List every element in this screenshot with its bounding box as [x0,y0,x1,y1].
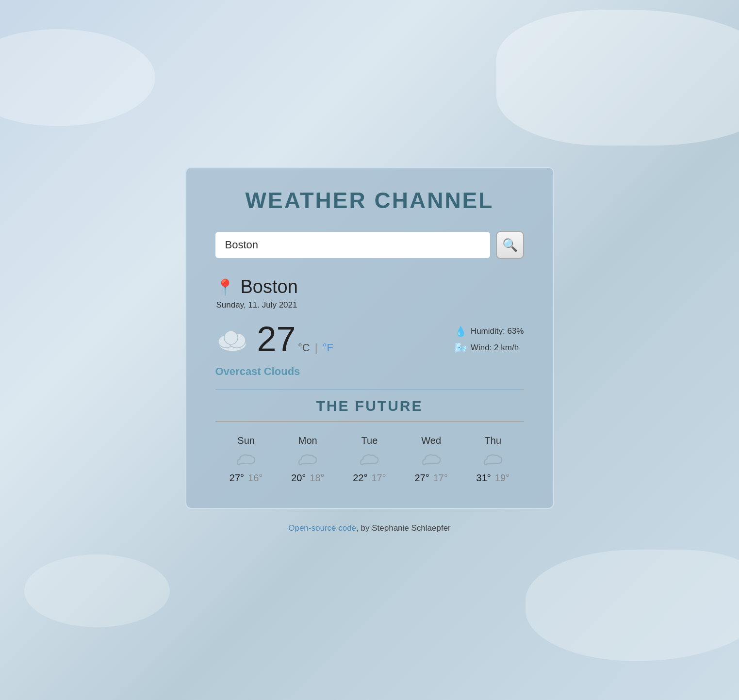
wind-label: Wind: 2 km/h [471,343,519,353]
unit-separator: | [315,342,318,354]
forecast-day-label: Mon [298,435,317,446]
app-title: WEATHER CHANNEL [215,187,524,213]
forecast-temps: 31°19° [476,472,510,484]
fahrenheit-unit[interactable]: °F [323,342,333,354]
forecast-temps: 27°17° [414,472,448,484]
weather-card: WEATHER CHANNEL 🔍 📍 Boston Sunday, 11. J… [185,167,554,509]
divider-bottom [215,421,524,422]
forecast-day-label: Sun [237,435,255,446]
details-section: 💧 Humidity: 63% 🌬️ Wind: 2 km/h [455,326,524,354]
forecast-day: Mon20°18° [291,435,325,484]
forecast-temp-low: 17° [433,472,448,484]
weather-icon-large [215,326,249,353]
forecast-temp-low: 19° [495,472,509,484]
wind-icon: 🌬️ [455,342,467,354]
footer-credit: , by Stephanie Schlaepfer [356,523,451,533]
temp-block: 27 °C | °F [257,322,333,357]
forecast-day-label: Wed [421,435,441,446]
forecast-temp-low: 18° [310,472,324,484]
search-button[interactable]: 🔍 [496,231,524,259]
search-icon: 🔍 [502,238,518,253]
forecast-temp-low: 17° [371,472,386,484]
celsius-unit[interactable]: °C [298,342,310,354]
location-row: 📍 Boston [215,277,524,297]
pin-icon: 📍 [215,278,235,296]
forecast-cloud-icon [482,451,504,468]
temp-units: °C | °F [298,342,333,354]
forecast-day-label: Thu [485,435,501,446]
wind-row: 🌬️ Wind: 2 km/h [455,342,524,354]
temperature-value: 27 [257,320,296,358]
forecast-day: Sun27°16° [230,435,263,484]
forecast-temps: 27°16° [230,472,263,484]
footer: Open-source code, by Stephanie Schlaepfe… [288,523,451,533]
forecast-cloud-icon [235,451,257,468]
forecast-cloud-icon [359,451,380,468]
forecast-cloud-icon [297,451,318,468]
city-name: Boston [241,277,298,297]
forecast-day-label: Tue [361,435,378,446]
current-date: Sunday, 11. July 2021 [216,300,524,310]
svg-point-3 [224,331,238,344]
forecast-cloud-icon [421,451,442,468]
divider-top [215,390,524,390]
humidity-row: 💧 Humidity: 63% [455,326,524,337]
forecast-temp-high: 22° [353,472,367,484]
search-row: 🔍 [215,231,524,259]
search-input[interactable] [215,232,490,258]
future-title: THE FUTURE [215,398,524,414]
forecast-day: Thu31°19° [476,435,510,484]
forecast-day: Tue22°17° [353,435,386,484]
weather-description: Overcast Clouds [215,365,524,378]
forecast-row: Sun27°16°Mon20°18°Tue22°17°Wed27°17°Thu3… [215,435,524,484]
humidity-label: Humidity: 63% [471,326,524,336]
forecast-temp-high: 31° [476,472,491,484]
forecast-day: Wed27°17° [414,435,448,484]
humidity-icon: 💧 [455,326,467,337]
current-weather-row: 27 °C | °F 💧 Humidity: 63% 🌬️ Wind: 2 km… [215,322,524,357]
forecast-temp-high: 27° [230,472,244,484]
forecast-temp-high: 20° [291,472,306,484]
temp-section: 27 °C | °F [215,322,333,357]
forecast-temp-low: 16° [248,472,263,484]
forecast-temp-high: 27° [414,472,429,484]
source-code-link[interactable]: Open-source code [288,523,356,533]
forecast-temps: 22°17° [353,472,386,484]
forecast-temps: 20°18° [291,472,325,484]
